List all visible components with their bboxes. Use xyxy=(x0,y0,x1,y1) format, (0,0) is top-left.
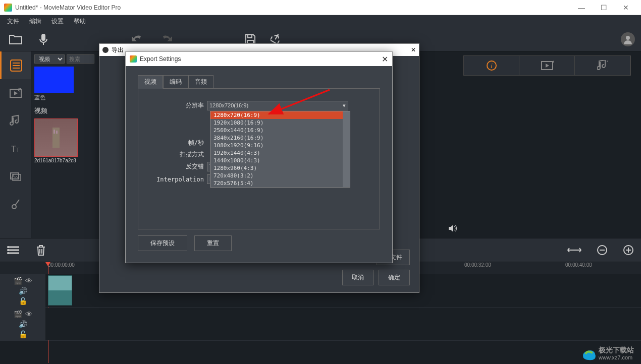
watermark-line1: 极光下载站 xyxy=(599,346,634,354)
mute-icon[interactable]: 🔊 xyxy=(19,287,27,295)
media-thumb-label: 蓝色 xyxy=(34,94,96,101)
menu-edit[interactable]: 编辑 xyxy=(25,16,45,27)
preview-tab-audio[interactable]: ✦ xyxy=(575,56,630,75)
export-parent-close-icon[interactable]: ✕ xyxy=(411,46,416,53)
resolution-option-0[interactable]: 1280x720(16:9) xyxy=(210,111,350,119)
resolution-dropdown: 1280x720(16:9) 1920x1080(16:9) 2560x1440… xyxy=(210,111,350,188)
svg-point-31 xyxy=(7,252,9,254)
sidebar-media-icon[interactable] xyxy=(0,51,31,79)
tab-content: 分辨率 1280x720(16:9)▾ 1280x720(16:9) 1920x… xyxy=(138,88,380,229)
minimize-button[interactable]: — xyxy=(570,1,593,15)
timeline-zoomin-icon[interactable] xyxy=(623,245,634,256)
timeline-list-icon[interactable] xyxy=(7,245,20,255)
resolution-option-2[interactable]: 2560x1440(16:9) xyxy=(210,127,350,134)
audio-track: 🎬👁 🔊 🔓 xyxy=(0,308,641,341)
watermark: 极光下载站 www.xz7.com xyxy=(580,346,634,361)
resolution-option-5[interactable]: 1920x1440(4:3) xyxy=(210,149,350,157)
resolution-option-7[interactable]: 1280x960(4:3) xyxy=(210,164,350,172)
svg-point-1 xyxy=(626,36,630,40)
svg-marker-23 xyxy=(546,64,549,68)
titlebar: Untitled* - MovieMator Video Editor Pro … xyxy=(0,0,641,15)
watermark-icon xyxy=(580,346,596,361)
preview-tab-video[interactable]: ✦ xyxy=(519,56,575,75)
label-resolution: 分辨率 xyxy=(144,101,207,110)
media-filter-select[interactable]: 视频 xyxy=(34,54,65,64)
svg-rect-19 xyxy=(56,131,58,134)
svg-rect-14 xyxy=(13,174,21,180)
resolution-option-1[interactable]: 1920x1080(16:9) xyxy=(210,119,350,127)
user-avatar-icon[interactable] xyxy=(621,32,635,46)
window-title: Untitled* - MovieMator Video Editor Pro xyxy=(15,4,570,11)
dropdown-scrollbar[interactable] xyxy=(343,111,350,187)
svg-text:+: + xyxy=(19,88,20,91)
export-parent-icon xyxy=(102,47,109,53)
tab-encode[interactable]: 编码 xyxy=(163,75,188,89)
sidebar-video-icon[interactable]: + xyxy=(0,79,31,107)
media-thumbnail-blue[interactable] xyxy=(34,67,74,93)
audio-track-body[interactable] xyxy=(45,308,641,340)
media-thumb2-label: 2d161a817b7a2c8 xyxy=(34,158,96,163)
timeline-fit-icon[interactable] xyxy=(567,246,581,254)
preview-tab-info[interactable]: i xyxy=(464,56,519,75)
save-preset-button[interactable]: 保存预设 xyxy=(138,235,187,251)
media-thumbnail-video[interactable] xyxy=(34,118,78,157)
menubar: 文件 编辑 设置 帮助 xyxy=(0,15,641,27)
export-parent-cancel-button[interactable]: 取消 xyxy=(342,270,373,285)
resolution-option-6[interactable]: 1440x1080(4:3) xyxy=(210,157,350,164)
resolution-option-3[interactable]: 3840x2160(16:9) xyxy=(210,134,350,142)
film-icon-2[interactable]: 🎬 xyxy=(14,310,22,318)
menu-file[interactable]: 文件 xyxy=(3,16,23,27)
sidebar-effects-icon[interactable] xyxy=(0,190,31,218)
media-section-title: 视频 xyxy=(34,106,96,115)
export-parent-ok-button[interactable]: 确定 xyxy=(379,270,410,285)
ruler-time-2: 00:00:40:00 xyxy=(565,262,592,268)
sidebar-audio-icon[interactable] xyxy=(0,107,31,135)
sidebar-text-icon[interactable]: TT xyxy=(0,135,31,162)
eye-icon-2[interactable]: 👁 xyxy=(25,310,32,318)
svg-text:T: T xyxy=(11,145,16,153)
svg-point-29 xyxy=(7,246,9,248)
film-icon[interactable]: 🎬 xyxy=(14,277,22,285)
export-settings-title: Export Settings xyxy=(140,55,181,63)
svg-text:✦: ✦ xyxy=(606,60,608,64)
left-sidebar: + TT xyxy=(0,51,31,238)
app-icon xyxy=(4,4,12,12)
lock-icon[interactable]: 🔓 xyxy=(19,297,27,305)
open-folder-icon[interactable] xyxy=(6,33,26,45)
microphone-icon[interactable] xyxy=(33,33,54,46)
tab-video[interactable]: 视频 xyxy=(138,75,163,89)
volume-icon[interactable] xyxy=(448,224,458,233)
timeline-delete-icon[interactable] xyxy=(35,244,46,256)
svg-point-30 xyxy=(7,249,9,251)
preview-tabs: i ✦ ✦ xyxy=(463,55,631,76)
resolution-option-8[interactable]: 720x480(3:2) xyxy=(210,172,350,179)
timeline-clip[interactable] xyxy=(48,275,72,306)
export-settings-titlebar[interactable]: Export Settings ✕ xyxy=(126,52,392,66)
svg-text:✦: ✦ xyxy=(552,60,554,65)
svg-rect-18 xyxy=(54,130,55,134)
resolution-select[interactable]: 1280x720(16:9)▾ xyxy=(207,101,348,110)
svg-point-16 xyxy=(18,200,19,201)
svg-rect-12 xyxy=(11,173,19,179)
menu-help[interactable]: 帮助 xyxy=(70,16,90,27)
resolution-option-9[interactable]: 720x576(5:4) xyxy=(210,179,350,187)
menu-settings[interactable]: 设置 xyxy=(47,16,68,27)
mute-icon-2[interactable]: 🔊 xyxy=(19,320,27,328)
export-settings-close-icon[interactable]: ✕ xyxy=(382,54,388,64)
media-search-input[interactable] xyxy=(67,54,94,64)
tab-audio[interactable]: 音频 xyxy=(188,75,213,89)
maximize-button[interactable]: ☐ xyxy=(593,1,615,15)
reset-button[interactable]: 重置 xyxy=(194,235,232,251)
label-scan: 扫描方式 xyxy=(144,150,207,159)
close-button[interactable]: ✕ xyxy=(615,1,637,15)
audio-track-header: 🎬👁 🔊 🔓 xyxy=(0,308,45,340)
svg-text:i: i xyxy=(491,62,493,70)
eye-icon[interactable]: 👁 xyxy=(25,277,32,285)
ruler-time-0: 00:00:00:00 xyxy=(48,262,75,268)
media-panel: 视频 蓝色 视频 2d161a817b7a2c8 xyxy=(31,51,99,238)
timeline-zoomout-icon[interactable] xyxy=(597,245,608,256)
resolution-option-4[interactable]: 1080x1920(9:16) xyxy=(210,142,350,149)
svg-marker-7 xyxy=(14,91,18,95)
sidebar-image-icon[interactable] xyxy=(0,162,31,190)
lock-icon-2[interactable]: 🔓 xyxy=(19,330,27,338)
